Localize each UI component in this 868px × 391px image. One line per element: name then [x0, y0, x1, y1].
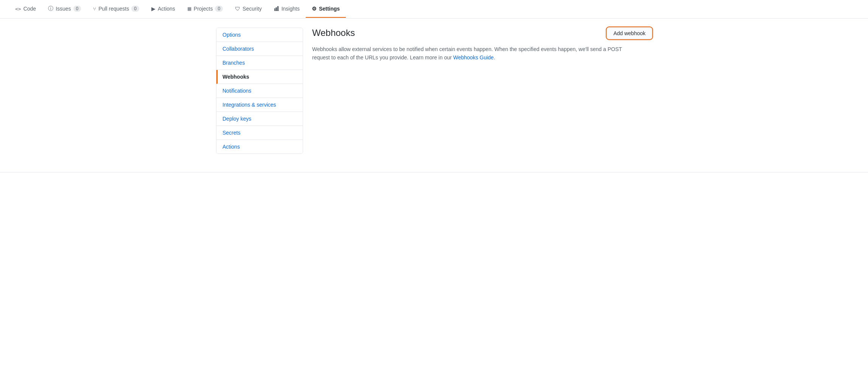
sidebar-item-integrations[interactable]: Integrations & services	[216, 98, 303, 112]
tab-projects[interactable]: ▦ Projects 0	[181, 0, 229, 18]
content-header: Webhooks Add webhook	[312, 28, 652, 39]
tab-issues[interactable]: ⓘ Issues 0	[42, 0, 87, 18]
tab-security[interactable]: 🛡 Security	[229, 0, 268, 18]
projects-icon: ▦	[187, 6, 191, 11]
tab-code[interactable]: <> Code	[9, 0, 42, 18]
content-area: Webhooks Add webhook Webhooks allow exte…	[312, 28, 652, 154]
webhooks-description: Webhooks allow external services to be n…	[312, 45, 638, 62]
sidebar-item-deploy-keys[interactable]: Deploy keys	[216, 112, 303, 126]
sidebar-item-branches[interactable]: Branches	[216, 56, 303, 70]
tab-issues-label: Issues	[56, 6, 71, 12]
tab-security-label: Security	[243, 6, 262, 12]
projects-badge: 0	[215, 6, 223, 12]
bottom-divider	[0, 172, 868, 172]
tab-actions-label: Actions	[158, 6, 175, 12]
tab-projects-label: Projects	[194, 6, 213, 12]
actions-icon: ▶	[151, 6, 156, 12]
pull-requests-badge: 0	[131, 6, 139, 12]
tab-code-label: Code	[23, 6, 36, 12]
tab-insights-label: Insights	[282, 6, 300, 12]
tab-settings-label: Settings	[319, 6, 340, 12]
sidebar-item-notifications[interactable]: Notifications	[216, 84, 303, 98]
add-webhook-button[interactable]: Add webhook	[607, 28, 652, 39]
page-title: Webhooks	[312, 28, 355, 38]
main-container: Options Collaborators Branches Webhooks …	[207, 28, 661, 154]
security-icon: 🛡	[235, 6, 240, 12]
issues-icon: ⓘ	[48, 5, 53, 12]
sidebar-item-secrets[interactable]: Secrets	[216, 126, 303, 140]
webhooks-guide-link[interactable]: Webhooks Guide	[453, 54, 494, 61]
sidebar-item-collaborators[interactable]: Collaborators	[216, 42, 303, 56]
tab-settings[interactable]: ⚙ Settings	[306, 0, 346, 18]
tab-pull-requests-label: Pull requests	[98, 6, 129, 12]
description-end: .	[494, 54, 495, 61]
insights-icon	[274, 6, 279, 12]
tab-insights[interactable]: Insights	[268, 0, 306, 18]
sidebar: Options Collaborators Branches Webhooks …	[216, 28, 303, 154]
pull-requests-icon: ⑂	[93, 6, 96, 12]
settings-icon: ⚙	[312, 6, 317, 12]
tab-actions[interactable]: ▶ Actions	[145, 0, 181, 18]
sidebar-item-options[interactable]: Options	[216, 28, 303, 42]
tab-pull-requests[interactable]: ⑂ Pull requests 0	[87, 0, 145, 18]
code-icon: <>	[15, 6, 21, 12]
issues-badge: 0	[73, 6, 81, 12]
sidebar-item-webhooks[interactable]: Webhooks	[216, 70, 303, 84]
top-navigation: <> Code ⓘ Issues 0 ⑂ Pull requests 0 ▶ A…	[0, 0, 868, 19]
sidebar-item-actions[interactable]: Actions	[216, 140, 303, 154]
